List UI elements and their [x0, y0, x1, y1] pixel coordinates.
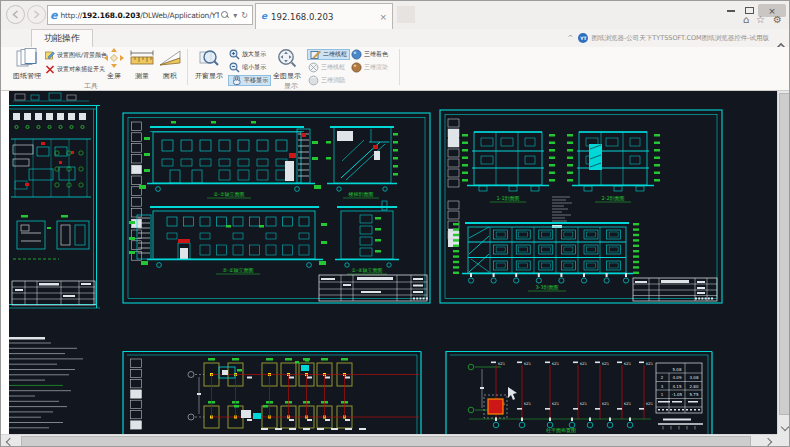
- hidden-3d-label: 三维消隐: [321, 76, 345, 85]
- scroll-down-arrow-icon[interactable]: [781, 423, 789, 431]
- set-background-button[interactable]: 设置图纸/背景颜色: [45, 50, 107, 61]
- tab-title: 192.168.0.203: [271, 12, 379, 22]
- drawing-label: 1-1剖面图: [496, 195, 519, 202]
- zoom-in-icon: [229, 49, 240, 60]
- ie-icon: e: [50, 10, 57, 21]
- cad-canvas[interactable]: ②-⑦轴立面图楼梯剖面图⑦-②轴立面图①-④轴立面图1-1剖面图2-2剖面图3-…: [9, 91, 777, 434]
- wireframe-3d-label: 三维线框: [321, 63, 345, 72]
- minimize-button[interactable]: [723, 4, 739, 17]
- refresh-icon[interactable]: ↻: [241, 11, 248, 20]
- fullscreen-arrows-icon: [103, 48, 125, 68]
- column-label: KZ1: [624, 362, 631, 366]
- wireframe-2d-button[interactable]: 二维线框: [307, 49, 350, 60]
- palette-icon: [45, 51, 55, 60]
- new-tab-button[interactable]: [397, 6, 415, 23]
- area-label: 面积: [163, 71, 177, 81]
- table-cell: 2.80: [690, 384, 699, 389]
- horizontal-scroll-thumb[interactable]: [21, 436, 751, 447]
- zoom-all-button[interactable]: 全图显示: [271, 48, 303, 81]
- column-label: KZ1: [498, 362, 505, 366]
- set-background-label: 设置图纸/背景颜色: [57, 51, 107, 60]
- chevron-up-small-icon: ^: [568, 34, 574, 42]
- browser-tab[interactable]: e 192.168.0.203 ×: [255, 3, 393, 29]
- address-bar[interactable]: e http://192.168.0.203/DLWeb/Application…: [47, 5, 253, 25]
- zoom-in-button[interactable]: 放大显示: [229, 49, 266, 60]
- scroll-right-arrow-icon[interactable]: [764, 438, 772, 446]
- column-label: KZ1: [602, 402, 609, 406]
- zoom-out-label: 缩小显示: [242, 63, 266, 72]
- set-snap-label: 设置对象捕捉开关: [57, 65, 105, 74]
- settings-gear-icon[interactable]: ⚙: [773, 14, 782, 25]
- shaded-3d-button[interactable]: 三维着色: [351, 49, 388, 60]
- display-group-label: 显示: [261, 81, 321, 91]
- drawing-label: 楼梯剖面图: [348, 191, 374, 198]
- home-icon[interactable]: ⌂: [743, 14, 749, 25]
- browser-window: e http://192.168.0.203/DLWeb/Application…: [0, 0, 790, 447]
- minimize-icon: [727, 10, 735, 12]
- window-zoom-button[interactable]: 开窗显示: [193, 48, 225, 81]
- drawing-label: 3-3剖面图: [535, 284, 558, 291]
- snap-x-icon: [45, 65, 55, 74]
- vertical-scrollbar[interactable]: [777, 91, 790, 434]
- drawing-label: ⑦-②轴立面图: [223, 267, 254, 274]
- drawing-label: 柱平面布置图: [546, 427, 576, 434]
- area-wedge-icon: [158, 48, 182, 68]
- search-icon[interactable]: [221, 11, 229, 19]
- ribbon: 图纸管理 设置图纸/背景颜色 设置对象捕捉开关 全屏: [1, 47, 790, 91]
- set-snap-button[interactable]: 设置对象捕捉开关: [45, 64, 105, 75]
- sheet-manage-button[interactable]: 图纸管理: [9, 48, 45, 81]
- zoom-out-button[interactable]: 缩小显示: [229, 62, 266, 73]
- sheet-manage-label: 图纸管理: [13, 71, 41, 81]
- trial-notice: ^ YT 图纸浏览器-公司天下TYTSSOFT.COM图纸浏览器控件-试用版: [568, 33, 770, 43]
- tools-group-label: 工具: [61, 81, 121, 91]
- forward-button[interactable]: [27, 5, 46, 24]
- ruler-icon: [130, 48, 154, 68]
- column-label: KZ1: [580, 402, 587, 406]
- column-label: KZ1: [552, 402, 559, 406]
- measure-label: 测量: [135, 71, 149, 81]
- pan-hand-icon: [231, 75, 242, 86]
- favorites-star-icon[interactable]: ☆: [756, 14, 765, 25]
- vertical-scroll-thumb[interactable]: [779, 93, 790, 415]
- window-zoom-icon: [199, 48, 219, 68]
- column-label: KZ1: [524, 362, 531, 366]
- forward-arrow-icon: [32, 10, 41, 19]
- table-cell: 1: [661, 392, 664, 397]
- shaded-3d-label: 三维着色: [364, 50, 388, 59]
- render-3d-button[interactable]: 三维渲染: [351, 62, 388, 73]
- render-3d-icon: [351, 62, 362, 73]
- yt-logo-icon: YT: [578, 33, 588, 43]
- drawing-label: ②-⑦轴立面图: [214, 191, 245, 198]
- group-separator: [187, 49, 188, 85]
- url-text: http://192.168.0.203/DLWeb/Application/Y…: [60, 11, 219, 20]
- column-label: KZ1: [602, 362, 609, 366]
- back-button[interactable]: [6, 5, 25, 24]
- window-zoom-label: 开窗显示: [195, 71, 223, 81]
- caret-down-icon[interactable]: ▾: [233, 11, 237, 20]
- horizontal-scrollbar[interactable]: [1, 434, 777, 447]
- table-cell: 3: [661, 384, 664, 389]
- ribbon-tab-function[interactable]: 功能操作: [31, 29, 93, 47]
- wireframe-3d-button[interactable]: 三维线框: [308, 62, 345, 73]
- trial-notice-text: 图纸浏览器-公司天下TYTSSOFT.COM图纸浏览器控件-试用版: [591, 34, 769, 43]
- scroll-left-arrow-icon[interactable]: [6, 438, 14, 446]
- column-label: KZ1: [524, 402, 531, 406]
- table-cell: 4.09: [673, 375, 682, 380]
- table-cell: 3.08: [690, 375, 699, 380]
- zoom-in-label: 放大显示: [242, 50, 266, 59]
- pages-stack-icon: [16, 48, 38, 68]
- tab-close-icon[interactable]: ×: [379, 12, 387, 22]
- column-label: KZ1: [646, 362, 653, 366]
- group-separator: [399, 49, 400, 85]
- zoom-out-icon: [229, 62, 240, 73]
- area-button[interactable]: 面积: [157, 48, 183, 81]
- wireframe-2d-icon: [310, 49, 321, 60]
- measure-button[interactable]: 测量: [129, 48, 155, 81]
- table-cell: -1.05: [672, 392, 683, 397]
- render-3d-label: 三维渲染: [364, 63, 388, 72]
- table-cell: 5.08: [673, 367, 682, 372]
- maximize-icon: [745, 7, 754, 14]
- fullscreen-button[interactable]: 全屏: [101, 48, 127, 81]
- zoom-extents-icon: [277, 48, 297, 68]
- tab-favicon: e: [261, 12, 267, 21]
